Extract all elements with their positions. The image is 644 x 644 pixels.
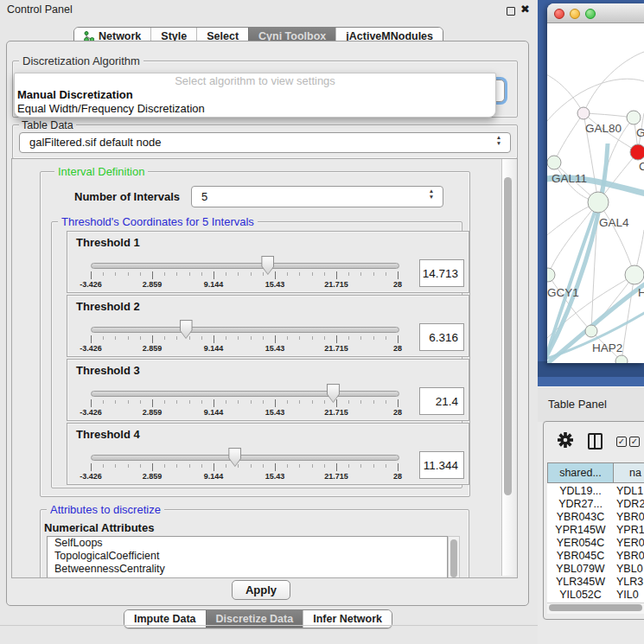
tick-mark [214, 463, 214, 471]
slider-thumb[interactable] [180, 320, 193, 339]
slider-thumb[interactable] [228, 448, 241, 467]
tick-mark [238, 336, 239, 340]
attribute-item-topologicalcoefficient[interactable]: TopologicalCoefficient [48, 550, 447, 563]
spinner-arrows-icon[interactable]: ▲▼ [427, 188, 436, 200]
network-edge[interactable] [554, 113, 583, 163]
tick-mark [251, 464, 252, 468]
tick-mark [312, 464, 313, 468]
cell-name: YDR2 [616, 498, 644, 511]
network-node-h[interactable] [625, 265, 644, 284]
tick-mark [336, 399, 337, 407]
table-row[interactable]: YPR145WYPR1 [547, 524, 644, 537]
tick-mark [324, 272, 325, 276]
gear-icon[interactable] [557, 431, 574, 452]
network-edge[interactable] [598, 202, 634, 275]
threshold-value-field[interactable]: 11.344 [419, 451, 464, 479]
checkbox-checked-icon[interactable]: ✓ [616, 437, 627, 447]
group-title: Threshold's Coordinates for 5 Intervals [58, 215, 258, 228]
table-row[interactable]: YDR27...YDR2 [547, 498, 644, 511]
table-row[interactable]: YBR043CYBR0 [547, 511, 644, 524]
scrollpane-scrollbar-thumb[interactable] [504, 177, 512, 495]
tick-mark [336, 463, 337, 471]
cell-shared-name: YPR145W [547, 524, 614, 537]
column-header-shared[interactable]: shared... [547, 462, 614, 483]
tick-mark [176, 400, 177, 404]
close-traffic-light[interactable] [554, 9, 564, 19]
tick-mark [263, 336, 264, 340]
tick-mark [238, 272, 239, 276]
tick-mark [189, 272, 190, 276]
cell-shared-name: YIL052C [547, 589, 614, 602]
column-header-name[interactable]: na [613, 462, 644, 483]
network-edge[interactable] [583, 52, 644, 113]
network-node-gcy1[interactable] [547, 268, 555, 282]
combo-arrows-icon[interactable]: ▲▼ [494, 134, 503, 146]
tick-mark [115, 272, 116, 276]
table-data-combobox[interactable]: galFiltered.sif default node ▲▼ [19, 132, 511, 153]
cell-name: YER0 [616, 537, 644, 550]
zoom-traffic-light[interactable] [585, 9, 596, 19]
tick-mark [360, 272, 361, 276]
attribute-item-betweennesscentrality[interactable]: BetweennessCentrality [48, 563, 447, 576]
algorithm-option-equal-width-frequency-discretization[interactable]: Equal Width/Frequency Discretization [15, 102, 495, 116]
tick-mark [128, 272, 129, 276]
network-node[interactable] [615, 355, 628, 363]
table-row[interactable]: YBR045CYBR0 [547, 550, 644, 563]
network-node-gal80[interactable] [577, 107, 590, 119]
window-shadow [538, 361, 644, 377]
threshold-4-box: Threshold 4-3.4262.8599.14415.4321.71528… [67, 423, 469, 485]
close-icon[interactable]: ✖ [520, 3, 530, 16]
tick-mark [214, 399, 214, 407]
tick-label: 21.715 [324, 280, 348, 289]
threshold-value-field[interactable]: 6.316 [419, 323, 464, 351]
tick-mark [386, 336, 386, 340]
tick-mark [115, 336, 116, 340]
table-hscrollbar-thumb[interactable] [549, 604, 642, 611]
numerical-attributes-list[interactable]: SelfLoopsTopologicalCoefficientBetweenne… [47, 536, 448, 578]
network-edge[interactable] [583, 113, 634, 118]
tick-mark [201, 400, 202, 404]
table-row[interactable]: YDL19...YDL1 [547, 485, 644, 498]
tick-mark [152, 399, 153, 407]
network-edge[interactable] [622, 275, 634, 361]
network-node-gal11[interactable] [547, 156, 561, 169]
apply-button[interactable]: Apply [232, 580, 290, 600]
bottom-tab-label: Infer Network [313, 613, 382, 625]
network-node-c[interactable] [630, 144, 644, 160]
tick-mark [360, 336, 361, 340]
slider-thumb[interactable] [327, 384, 340, 403]
float-window-icon[interactable] [507, 7, 515, 16]
attribute-item-selfloops[interactable]: SelfLoops [48, 537, 447, 550]
threshold-label: Threshold 3 [76, 364, 140, 377]
network-node-ga[interactable] [627, 111, 641, 124]
table-row[interactable]: YER054CYER0 [547, 537, 644, 550]
slider-track[interactable] [91, 455, 399, 461]
network-node-gal4[interactable] [588, 192, 609, 213]
minimize-traffic-light[interactable] [570, 9, 580, 19]
tick-label: 21.715 [324, 344, 348, 353]
slider-track[interactable] [91, 327, 399, 333]
table-row[interactable]: YLR345WYLR3 [547, 576, 644, 589]
combo-value: galFiltered.sif default node [20, 133, 510, 152]
network-canvas[interactable]: GAL80GACGAL11GAL4GCY1HHAP2 [547, 22, 644, 363]
network-edge[interactable] [547, 73, 583, 113]
divider [0, 625, 538, 626]
tick-mark [164, 336, 165, 340]
checkbox-checked-icon[interactable]: ✓ [629, 437, 640, 447]
threshold-value-field[interactable]: 21.4 [419, 387, 464, 415]
threshold-label: Threshold 1 [76, 236, 140, 249]
algorithm-option-manual-discretization[interactable]: Manual Discretization [15, 88, 495, 102]
network-node-hap2[interactable] [585, 325, 597, 337]
node-label: H [638, 286, 644, 299]
threshold-value-field[interactable]: 14.713 [419, 259, 464, 287]
list-scrollbar-thumb[interactable] [450, 539, 457, 577]
tick-mark [336, 335, 337, 343]
table-row[interactable]: YIL052CYIL0 [547, 589, 644, 602]
slider-track[interactable] [91, 391, 399, 397]
slider-track[interactable] [91, 263, 399, 269]
intervals-spinner[interactable]: 5 ▲▼ [191, 186, 443, 207]
split-view-icon[interactable] [588, 433, 603, 450]
table-row[interactable]: YBL079WYBL0 [547, 563, 644, 576]
list-scrollbar[interactable] [448, 536, 460, 578]
tick-mark [251, 400, 252, 404]
